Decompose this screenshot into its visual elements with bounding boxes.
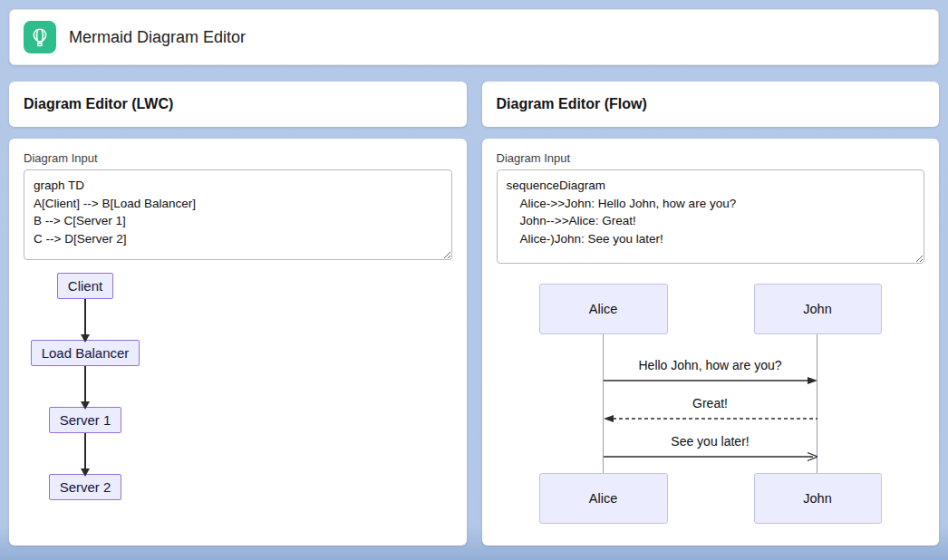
flow-card-title: Diagram Editor (Flow) [497, 96, 925, 112]
message-text: Great! [604, 396, 817, 410]
lwc-column: Diagram Editor (LWC) Diagram Input graph… [9, 82, 467, 546]
flow-content-card: Diagram Input sequenceDiagram Alice->>Jo… [482, 139, 940, 546]
actor-alice-top: Alice [539, 284, 668, 334]
columns: Diagram Editor (LWC) Diagram Input graph… [9, 82, 939, 546]
lwc-content-card: Diagram Input graph TD A[Client] --> B[L… [9, 139, 467, 546]
app-header: Mermaid Diagram Editor [9, 9, 939, 65]
sequence-message-2: Great! [604, 396, 817, 424]
lwc-title-card: Diagram Editor (LWC) [9, 82, 467, 127]
flow-column: Diagram Editor (Flow) Diagram Input sequ… [482, 82, 940, 546]
flow-diagram-input[interactable]: sequenceDiagram Alice->>John: Hello John… [497, 169, 925, 264]
sequence-message-3: See you later! [604, 434, 817, 462]
flowchart-arrow-down-icon [84, 299, 86, 340]
message-text: See you later! [604, 434, 817, 449]
flowchart-diagram: Client Load Balancer Server 1 Server 2 [24, 273, 147, 500]
flowchart-arrow-down-icon [84, 433, 86, 474]
flowchart-node-client: Client [57, 273, 113, 299]
open-arrow-right-icon [604, 451, 817, 462]
actor-alice-bottom: Alice [539, 473, 668, 524]
solid-arrow-right-icon [604, 375, 817, 386]
lwc-diagram-input[interactable]: graph TD A[Client] --> B[Load Balancer] … [24, 169, 452, 260]
dashed-arrow-left-icon [604, 413, 817, 424]
message-text: Hello John, how are you? [604, 358, 817, 372]
hot-air-balloon-icon [24, 21, 56, 53]
flow-input-label: Diagram Input [497, 151, 925, 165]
sequence-message-1: Hello John, how are you? [604, 358, 817, 386]
sequence-diagram: Alice John Hello John, how are you? [497, 284, 925, 526]
flowchart-arrow-down-icon [84, 366, 86, 407]
lwc-card-title: Diagram Editor (LWC) [24, 96, 452, 112]
actor-john-top: John [754, 284, 882, 334]
page: Mermaid Diagram Editor Diagram Editor (L… [0, 0, 948, 555]
app-title: Mermaid Diagram Editor [69, 28, 246, 47]
actor-john-bottom: John [754, 473, 882, 524]
lwc-input-label: Diagram Input [24, 151, 452, 165]
flow-title-card: Diagram Editor (Flow) [482, 82, 940, 127]
